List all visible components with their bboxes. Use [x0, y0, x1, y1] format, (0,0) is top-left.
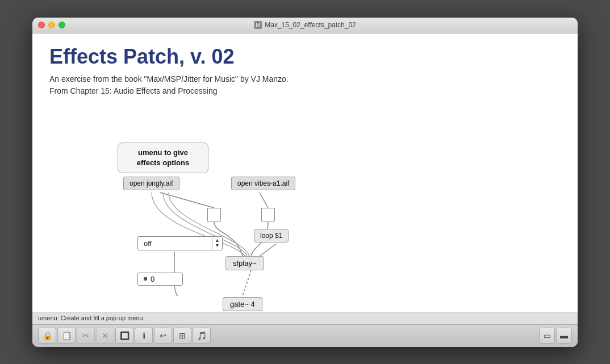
- undo-button[interactable]: ↩: [154, 328, 172, 344]
- window-title: M Max_15_02_effects_patch_02: [254, 21, 356, 29]
- view-split-button[interactable]: ▬: [556, 328, 572, 344]
- svg-line-2: [260, 244, 277, 256]
- toolbar-right: ▭ ▬: [539, 328, 572, 344]
- toolbar: 🔒 📋 ✂ ✕ 🔲 ℹ ↩ ⊞ 🎵 ▭ ▬: [32, 324, 578, 347]
- clipboard-button[interactable]: 📋: [57, 328, 76, 344]
- close-button[interactable]: [38, 22, 45, 28]
- svg-line-4: [243, 270, 251, 296]
- minimize-button[interactable]: [48, 22, 55, 28]
- svg-line-0: [160, 193, 214, 208]
- file-icon: M: [254, 21, 262, 29]
- cut-button[interactable]: ✂: [77, 328, 95, 344]
- gate-node[interactable]: gate~ 4: [223, 297, 262, 311]
- titlebar: M Max_15_02_effects_patch_02: [32, 18, 578, 34]
- lock-button[interactable]: 🔒: [38, 328, 56, 344]
- grid-button[interactable]: ⊞: [173, 328, 191, 344]
- umenu-dropdown[interactable]: off ▲ ▼: [137, 236, 223, 251]
- umenu-arrows[interactable]: ▲ ▼: [212, 237, 222, 250]
- status-bar: umenu: Create and fill a pop-up menu: [32, 312, 578, 324]
- info-button[interactable]: ℹ: [135, 328, 153, 344]
- svg-line-1: [260, 193, 268, 208]
- loop-node[interactable]: loop $1: [254, 229, 289, 242]
- audio-button[interactable]: 🎵: [193, 328, 211, 344]
- box-button[interactable]: 🔲: [115, 328, 133, 344]
- number-inlet: [144, 277, 147, 281]
- delete-button[interactable]: ✕: [96, 328, 114, 344]
- page-title: Effects Patch, v. 02: [49, 45, 561, 69]
- comment-box-umenu: umenu to give effects options: [118, 143, 208, 173]
- patch-area: umenu to give effects options open jongl…: [49, 103, 561, 296]
- open-vibes-button[interactable]: open vibes-a1.aif: [231, 177, 295, 190]
- patch-content: Effects Patch, v. 02 An exercise from th…: [32, 34, 578, 312]
- toggle-box-1[interactable]: [207, 208, 221, 221]
- open-jongly-button[interactable]: open jongly.aif: [123, 177, 179, 190]
- number-box[interactable]: 0: [137, 273, 183, 286]
- sfplay-node[interactable]: sfplay~: [225, 256, 264, 270]
- maximize-button[interactable]: [59, 22, 65, 28]
- toggle-box-2[interactable]: [261, 208, 275, 221]
- main-window: M Max_15_02_effects_patch_02 Effects Pat…: [32, 18, 578, 347]
- traffic-lights: [38, 22, 65, 28]
- view-single-button[interactable]: ▭: [539, 328, 555, 344]
- patch-wires: [49, 103, 561, 296]
- subtitle: An exercise from the book "Max/MSP/Jitte…: [49, 73, 561, 97]
